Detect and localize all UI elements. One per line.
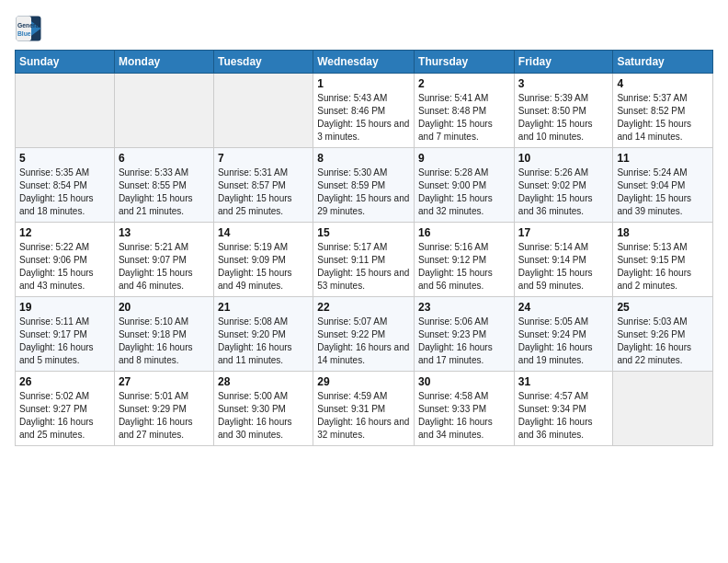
- page-header: General Blue: [15, 15, 713, 42]
- day-number: 29: [317, 375, 410, 388]
- logo-icon: General Blue: [15, 15, 42, 42]
- svg-rect-2: [17, 17, 32, 41]
- day-cell: [213, 74, 313, 148]
- day-number: 4: [617, 77, 709, 90]
- svg-text:Blue: Blue: [17, 30, 31, 37]
- week-row-5: 26Sunrise: 5:02 AM Sunset: 9:27 PM Dayli…: [16, 372, 713, 446]
- day-cell: 13Sunrise: 5:21 AM Sunset: 9:07 PM Dayli…: [114, 223, 213, 297]
- day-cell: 16Sunrise: 5:16 AM Sunset: 9:12 PM Dayli…: [415, 223, 515, 297]
- day-number: 7: [218, 152, 309, 165]
- day-number: 24: [518, 301, 609, 314]
- day-cell: 7Sunrise: 5:31 AM Sunset: 8:57 PM Daylig…: [213, 148, 313, 223]
- day-detail: Sunrise: 5:43 AM Sunset: 8:46 PM Dayligh…: [317, 92, 410, 144]
- day-number: 21: [218, 301, 309, 314]
- logo: General Blue: [15, 15, 42, 42]
- day-number: 10: [518, 152, 609, 165]
- day-cell: 30Sunrise: 4:58 AM Sunset: 9:33 PM Dayli…: [415, 372, 515, 446]
- day-detail: Sunrise: 5:22 AM Sunset: 9:06 PM Dayligh…: [19, 241, 110, 293]
- day-number: 25: [617, 301, 709, 314]
- day-detail: Sunrise: 5:17 AM Sunset: 9:11 PM Dayligh…: [317, 241, 410, 293]
- day-detail: Sunrise: 5:16 AM Sunset: 9:12 PM Dayligh…: [418, 241, 510, 293]
- week-row-1: 1Sunrise: 5:43 AM Sunset: 8:46 PM Daylig…: [16, 74, 713, 148]
- day-detail: Sunrise: 5:26 AM Sunset: 9:02 PM Dayligh…: [518, 167, 609, 218]
- day-detail: Sunrise: 5:10 AM Sunset: 9:18 PM Dayligh…: [119, 316, 210, 367]
- day-cell: 9Sunrise: 5:28 AM Sunset: 9:00 PM Daylig…: [415, 148, 515, 223]
- day-number: 17: [518, 226, 609, 239]
- day-cell: [613, 372, 713, 446]
- day-number: 28: [218, 375, 309, 388]
- day-detail: Sunrise: 5:01 AM Sunset: 9:29 PM Dayligh…: [119, 390, 210, 442]
- day-number: 1: [317, 77, 410, 90]
- day-detail: Sunrise: 5:11 AM Sunset: 9:17 PM Dayligh…: [19, 316, 110, 367]
- day-number: 22: [317, 301, 410, 314]
- day-detail: Sunrise: 5:33 AM Sunset: 8:55 PM Dayligh…: [119, 167, 210, 218]
- day-cell: 28Sunrise: 5:00 AM Sunset: 9:30 PM Dayli…: [213, 372, 313, 446]
- day-cell: 4Sunrise: 5:37 AM Sunset: 8:52 PM Daylig…: [613, 74, 713, 148]
- day-cell: [114, 74, 213, 148]
- day-number: 13: [119, 226, 210, 239]
- day-number: 5: [19, 152, 110, 165]
- day-detail: Sunrise: 5:19 AM Sunset: 9:09 PM Dayligh…: [218, 241, 309, 293]
- day-cell: 1Sunrise: 5:43 AM Sunset: 8:46 PM Daylig…: [313, 74, 415, 148]
- day-number: 30: [418, 375, 510, 388]
- day-detail: Sunrise: 5:06 AM Sunset: 9:23 PM Dayligh…: [418, 316, 510, 367]
- day-number: 20: [119, 301, 210, 314]
- day-cell: 18Sunrise: 5:13 AM Sunset: 9:15 PM Dayli…: [613, 223, 713, 297]
- day-cell: 8Sunrise: 5:30 AM Sunset: 8:59 PM Daylig…: [313, 148, 415, 223]
- day-detail: Sunrise: 5:35 AM Sunset: 8:54 PM Dayligh…: [19, 167, 110, 218]
- day-detail: Sunrise: 5:37 AM Sunset: 8:52 PM Dayligh…: [617, 92, 709, 144]
- day-cell: 17Sunrise: 5:14 AM Sunset: 9:14 PM Dayli…: [514, 223, 613, 297]
- day-number: 23: [418, 301, 510, 314]
- day-detail: Sunrise: 5:02 AM Sunset: 9:27 PM Dayligh…: [19, 390, 110, 442]
- day-detail: Sunrise: 5:03 AM Sunset: 9:26 PM Dayligh…: [617, 316, 709, 367]
- day-detail: Sunrise: 5:07 AM Sunset: 9:22 PM Dayligh…: [317, 316, 410, 367]
- header-tuesday: Tuesday: [213, 51, 313, 74]
- day-cell: 5Sunrise: 5:35 AM Sunset: 8:54 PM Daylig…: [16, 148, 115, 223]
- day-number: 6: [119, 152, 210, 165]
- week-row-4: 19Sunrise: 5:11 AM Sunset: 9:17 PM Dayli…: [16, 297, 713, 372]
- day-cell: 2Sunrise: 5:41 AM Sunset: 8:48 PM Daylig…: [415, 74, 515, 148]
- day-cell: [16, 74, 115, 148]
- day-number: 12: [19, 226, 110, 239]
- day-cell: 24Sunrise: 5:05 AM Sunset: 9:24 PM Dayli…: [514, 297, 613, 372]
- calendar-table: SundayMondayTuesdayWednesdayThursdayFrid…: [15, 50, 713, 446]
- header-thursday: Thursday: [415, 51, 515, 74]
- calendar-header-row: SundayMondayTuesdayWednesdayThursdayFrid…: [16, 51, 713, 74]
- week-row-2: 5Sunrise: 5:35 AM Sunset: 8:54 PM Daylig…: [16, 148, 713, 223]
- day-cell: 15Sunrise: 5:17 AM Sunset: 9:11 PM Dayli…: [313, 223, 415, 297]
- day-cell: 12Sunrise: 5:22 AM Sunset: 9:06 PM Dayli…: [16, 223, 115, 297]
- day-number: 16: [418, 226, 510, 239]
- day-cell: 31Sunrise: 4:57 AM Sunset: 9:34 PM Dayli…: [514, 372, 613, 446]
- day-detail: Sunrise: 5:21 AM Sunset: 9:07 PM Dayligh…: [119, 241, 210, 293]
- header-saturday: Saturday: [613, 51, 713, 74]
- day-detail: Sunrise: 5:41 AM Sunset: 8:48 PM Dayligh…: [418, 92, 510, 144]
- day-number: 3: [518, 77, 609, 90]
- day-number: 26: [19, 375, 110, 388]
- day-detail: Sunrise: 5:28 AM Sunset: 9:00 PM Dayligh…: [418, 167, 510, 218]
- day-detail: Sunrise: 5:13 AM Sunset: 9:15 PM Dayligh…: [617, 241, 709, 293]
- day-cell: 10Sunrise: 5:26 AM Sunset: 9:02 PM Dayli…: [514, 148, 613, 223]
- day-number: 9: [418, 152, 510, 165]
- day-cell: 26Sunrise: 5:02 AM Sunset: 9:27 PM Dayli…: [16, 372, 115, 446]
- day-detail: Sunrise: 4:57 AM Sunset: 9:34 PM Dayligh…: [518, 390, 609, 442]
- day-number: 2: [418, 77, 510, 90]
- day-detail: Sunrise: 4:58 AM Sunset: 9:33 PM Dayligh…: [418, 390, 510, 442]
- day-cell: 23Sunrise: 5:06 AM Sunset: 9:23 PM Dayli…: [415, 297, 515, 372]
- day-cell: 14Sunrise: 5:19 AM Sunset: 9:09 PM Dayli…: [213, 223, 313, 297]
- day-number: 15: [317, 226, 410, 239]
- day-detail: Sunrise: 5:30 AM Sunset: 8:59 PM Dayligh…: [317, 167, 410, 218]
- day-cell: 29Sunrise: 4:59 AM Sunset: 9:31 PM Dayli…: [313, 372, 415, 446]
- day-cell: 21Sunrise: 5:08 AM Sunset: 9:20 PM Dayli…: [213, 297, 313, 372]
- day-cell: 22Sunrise: 5:07 AM Sunset: 9:22 PM Dayli…: [313, 297, 415, 372]
- header-monday: Monday: [114, 51, 213, 74]
- day-cell: 3Sunrise: 5:39 AM Sunset: 8:50 PM Daylig…: [514, 74, 613, 148]
- day-detail: Sunrise: 5:00 AM Sunset: 9:30 PM Dayligh…: [218, 390, 309, 442]
- week-row-3: 12Sunrise: 5:22 AM Sunset: 9:06 PM Dayli…: [16, 223, 713, 297]
- day-number: 31: [518, 375, 609, 388]
- header-sunday: Sunday: [16, 51, 115, 74]
- day-detail: Sunrise: 5:08 AM Sunset: 9:20 PM Dayligh…: [218, 316, 309, 367]
- header-friday: Friday: [514, 51, 613, 74]
- header-wednesday: Wednesday: [313, 51, 415, 74]
- day-number: 18: [617, 226, 709, 239]
- day-number: 14: [218, 226, 309, 239]
